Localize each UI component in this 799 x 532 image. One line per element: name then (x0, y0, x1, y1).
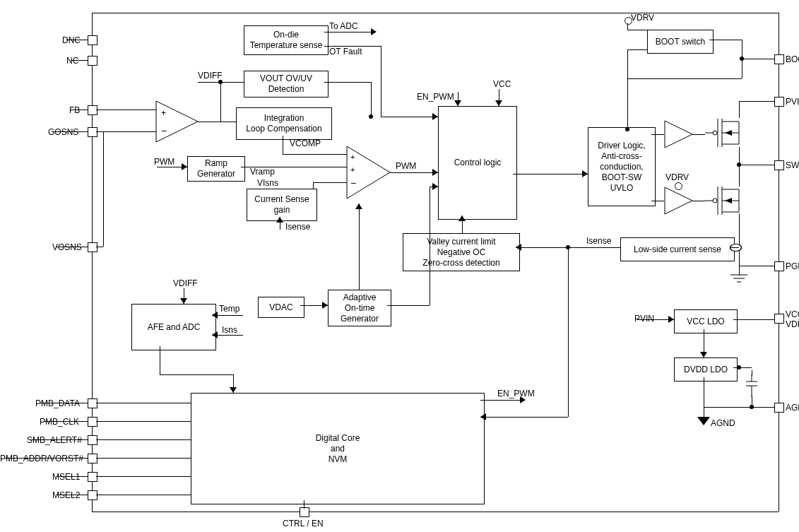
signal-pwm-in: PWM (154, 157, 174, 167)
pin-label: PMB_DATA (35, 398, 80, 408)
svg-marker-8 (665, 187, 692, 214)
arrow-icon (432, 169, 438, 176)
pin-pmb-addr (88, 454, 97, 463)
svg-marker-7 (665, 121, 692, 148)
block-valley: Valley current limitNegative OCZero-cros… (403, 233, 520, 271)
signal-vdrv: VDRV (631, 13, 654, 23)
vdrv2-node-icon (675, 182, 682, 190)
block-vdac: VDAC (258, 297, 304, 318)
pin-label: VCC/VDRV (786, 309, 799, 329)
pin-label: FB (69, 105, 80, 115)
signal-pwm: PWM (396, 161, 416, 171)
pin-label: PVIN (786, 97, 799, 107)
arrow-icon (355, 203, 362, 209)
svg-text:−: − (350, 177, 356, 189)
arrow-icon (230, 387, 237, 393)
pin-dnc (88, 35, 97, 45)
pin-label: PGND (786, 261, 799, 271)
signal-vdiff: VDIFF (198, 71, 223, 81)
pin-label: MSEL1 (52, 472, 80, 482)
svg-text:+: + (350, 153, 355, 161)
arrow-icon (212, 312, 218, 319)
pin-pmb-clk (88, 417, 97, 427)
mosfet-high-icon (705, 113, 747, 153)
ground-icon (730, 274, 747, 285)
pin-boot (774, 54, 784, 64)
arrow-icon (516, 244, 521, 251)
pin-label: CTRL / EN (283, 519, 324, 528)
pin-label: SW (786, 160, 799, 170)
signal-vdrv2: VDRV (665, 172, 689, 182)
signal-vdiff2: VDIFF (173, 278, 198, 288)
arrow-icon (582, 170, 588, 177)
signal-ot-fault: OT Fault (329, 47, 362, 57)
arrow-icon (182, 163, 187, 170)
pwm-comp-icon: + + − (346, 146, 396, 199)
pin-label: PMB_ADDR/VORST# (0, 454, 83, 463)
pin-agnd (774, 403, 784, 413)
block-driver: Driver Logic,Anti-cross-conduction,BOOT-… (588, 127, 656, 206)
arrow-icon (495, 100, 502, 106)
block-ov-uv: VOUT OV/UVDetection (244, 71, 329, 97)
pin-label: BOOT (786, 54, 799, 64)
block-low-side-cs: Low-side current sense (620, 237, 735, 261)
signal-vramp: Vramp (250, 167, 275, 177)
pin-nc (88, 56, 97, 66)
arrow-icon (180, 298, 187, 304)
svg-text:−: − (161, 125, 167, 136)
arrow-icon (700, 352, 707, 357)
svg-text:+: + (350, 165, 355, 174)
pin-smb-alert (88, 435, 97, 445)
block-int-loop: IntegrationLoop Compensation (236, 107, 332, 140)
pin-vosns (88, 242, 97, 252)
signal-to-adc: To ADC (329, 21, 358, 31)
arrow-icon (432, 113, 438, 120)
pin-gosns (88, 127, 97, 137)
pin-label: PMB_CLK (40, 417, 79, 427)
svg-point-16 (713, 131, 717, 135)
agnd-symbol-icon (697, 417, 710, 425)
pin-vcc-vdrv (774, 314, 784, 324)
arrow-icon (454, 100, 461, 106)
pin-pvin (774, 97, 784, 107)
pin-label: VOSNS (52, 242, 82, 252)
signal-vcomp: VCOMP (290, 138, 321, 148)
signal-temp: Temp (219, 304, 239, 314)
signal-visns: VIsns (257, 178, 278, 188)
block-dvdd-ldo: DVDD LDO (674, 357, 738, 382)
arrow-icon (480, 413, 486, 420)
pin-pmb-data (88, 398, 97, 408)
mosfet-low-icon (705, 181, 747, 220)
pin-msel1 (88, 472, 97, 482)
pin-label: GOSNS (48, 127, 78, 137)
svg-point-25 (713, 199, 717, 203)
pin-msel2 (88, 490, 97, 500)
signal-isense: Isense (285, 222, 310, 232)
signal-vcc: VCC (493, 79, 511, 89)
capacitor-icon (745, 374, 759, 397)
pin-label: DNC (62, 35, 81, 45)
pin-label: SMB_ALERT# (27, 435, 82, 445)
signal-isns: Isns (222, 325, 237, 335)
pin-fb (88, 105, 97, 115)
block-adaptive: AdaptiveOn-timeGenerator (328, 290, 391, 326)
arrow-icon (458, 215, 466, 221)
arrow-icon (371, 28, 377, 35)
pin-pgnd (774, 261, 784, 271)
block-temp-sense: On-dieTemperature sense (244, 25, 329, 55)
svg-text:+: + (161, 108, 166, 118)
arrow-icon (432, 183, 438, 190)
pin-label: NC (66, 56, 78, 66)
arrow-icon (668, 316, 674, 323)
pin-sw (774, 160, 784, 170)
signal-isense2: Isense (586, 236, 611, 246)
block-afe-adc: AFE and ADC (131, 304, 216, 350)
block-digital-core: Digital CoreandNVM (191, 393, 485, 504)
signal-agnd: AGND (711, 418, 735, 428)
pin-label: AGND (786, 403, 799, 413)
block-vcc-ldo: VCC LDO (674, 309, 738, 333)
arrow-icon (212, 331, 218, 338)
arrow-icon (322, 302, 328, 309)
pin-ctrl-en (300, 507, 309, 517)
buffer-low-icon (664, 187, 695, 215)
